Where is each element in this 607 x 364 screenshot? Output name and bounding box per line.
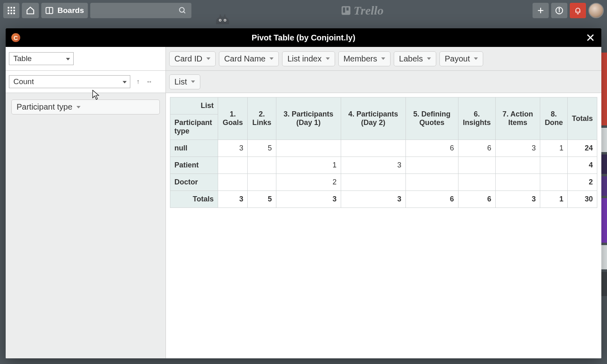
row-total: 2 [568, 174, 597, 191]
cell: 6 [405, 140, 458, 157]
svg-rect-6 [8, 13, 9, 14]
attr-label: Members [344, 54, 377, 63]
info-icon [555, 6, 563, 15]
grid-icon [7, 6, 15, 15]
col-total: 3 [495, 191, 540, 208]
board-icon [45, 6, 53, 15]
chevron-down-icon [474, 57, 478, 60]
attr-label: Card Name [224, 54, 265, 63]
totals-col-header: Totals [568, 97, 597, 140]
trello-top-bar: Boards Trello [0, 0, 607, 21]
cell: 5 [248, 140, 276, 157]
svg-rect-0 [8, 7, 9, 8]
cell [218, 174, 248, 191]
attr-card-name[interactable]: Card Name [219, 51, 279, 66]
svg-rect-4 [11, 10, 12, 11]
renderer-select[interactable]: Table [9, 52, 74, 65]
boards-label: Boards [57, 6, 84, 15]
close-button[interactable] [584, 32, 596, 44]
attr-label: Card ID [174, 54, 202, 63]
aggregator-value: Count [13, 77, 34, 86]
cell [458, 174, 495, 191]
table-row: Doctor 2 2 [170, 174, 597, 191]
col-header: 5. Defining Quotes [405, 97, 458, 140]
trello-logo-icon [341, 5, 351, 16]
mascot-peek [214, 13, 231, 24]
row-total: 24 [568, 140, 597, 157]
svg-rect-2 [13, 7, 15, 8]
col-total: 1 [540, 191, 567, 208]
attr-members[interactable]: Members [338, 51, 391, 66]
aggregator-select[interactable]: Count [9, 75, 130, 88]
svg-point-20 [559, 8, 560, 9]
brand-text: Trello [354, 4, 384, 17]
cell: 2 [276, 174, 341, 191]
sort-rows-button[interactable]: ↑ [134, 78, 142, 85]
col-attr-list[interactable]: List [169, 74, 200, 89]
table-row: Patient 1 3 4 [170, 157, 597, 174]
bell-icon [574, 6, 582, 15]
info-button[interactable] [551, 3, 567, 18]
cell [458, 157, 495, 174]
row-label: Patient [170, 157, 218, 174]
conjointly-logo-icon: C [11, 33, 20, 42]
svg-rect-7 [11, 13, 12, 14]
cell: 1 [276, 157, 341, 174]
home-button[interactable] [22, 3, 39, 18]
row-attr-participant-type[interactable]: Participant type [11, 99, 160, 114]
table-row: null 3 5 6 6 3 1 24 [170, 140, 597, 157]
col-total: 5 [248, 191, 276, 208]
col-total: 6 [405, 191, 458, 208]
create-button[interactable] [533, 3, 549, 18]
notifications-button[interactable] [570, 3, 586, 18]
chevron-down-icon [270, 57, 274, 60]
apps-menu-button[interactable] [3, 3, 19, 18]
cell: 6 [458, 140, 495, 157]
col-total: 3 [218, 191, 248, 208]
sort-cols-button[interactable]: ↔ [146, 78, 153, 85]
svg-rect-5 [13, 10, 15, 11]
chevron-down-icon [76, 106, 81, 108]
attr-list-index[interactable]: List index [282, 51, 335, 66]
boards-button[interactable]: Boards [41, 3, 88, 18]
attr-card-id[interactable]: Card ID [169, 51, 216, 66]
cell [495, 157, 540, 174]
modal-title: Pivot Table (by Conjoint.ly) [252, 33, 355, 42]
cell [540, 157, 567, 174]
row-attributes-dropzone[interactable]: Participant type [6, 93, 166, 358]
col-attr-label: List [174, 77, 187, 87]
column-attributes-dropzone[interactable]: List [166, 71, 601, 93]
totals-row: Totals 3 5 3 3 6 6 3 1 30 [170, 191, 597, 208]
col-header: 4. Participants (Day 2) [341, 97, 405, 140]
col-header: 2. Links [248, 97, 276, 140]
col-header: 1. Goals [218, 97, 248, 140]
user-avatar[interactable] [588, 3, 604, 18]
cell [495, 174, 540, 191]
attr-labels[interactable]: Labels [394, 51, 436, 66]
attr-payout[interactable]: Payout [439, 51, 483, 66]
pivot-table: List 1. Goals 2. Links 3. Participants (… [170, 97, 597, 208]
search-box[interactable] [90, 3, 191, 18]
cell [248, 157, 276, 174]
brand-center: Trello [194, 4, 530, 17]
chevron-down-icon [381, 57, 385, 60]
col-total: 3 [276, 191, 341, 208]
cell: 3 [218, 140, 248, 157]
renderer-value: Table [13, 54, 32, 63]
search-icon [178, 6, 187, 15]
svg-rect-1 [11, 7, 12, 8]
svg-point-23 [220, 20, 221, 21]
row-total: 4 [568, 157, 597, 174]
cell [405, 174, 458, 191]
cell [218, 157, 248, 174]
totals-row-label: Totals [170, 191, 218, 208]
chevron-down-icon [191, 80, 195, 83]
cell [276, 140, 341, 157]
row-label: null [170, 140, 218, 157]
col-header: 7. Action Items [495, 97, 540, 140]
svg-line-12 [184, 12, 185, 13]
cell [341, 140, 405, 157]
attr-label: Payout [445, 54, 470, 63]
attr-label: Labels [399, 54, 423, 63]
unused-attributes-row[interactable]: Card ID Card Name List index Members Lab… [166, 47, 601, 71]
